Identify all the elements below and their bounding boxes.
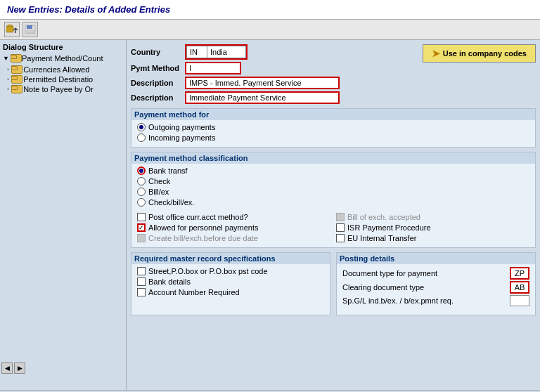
posting-details-section: Posting details Document type for paymen…	[336, 252, 536, 315]
bullet-icon: •	[7, 66, 9, 73]
desc2-input[interactable]	[185, 91, 340, 104]
chk-personnel-label: Allowed for personnel payments	[148, 223, 259, 232]
classification-checkboxes: Post office curr.acct method? Allowed fo…	[137, 211, 529, 244]
chk-account-label: Account Number Required	[148, 288, 240, 296]
radio-checkbillex-btn[interactable]	[137, 198, 146, 207]
sidebar-item-2[interactable]: • Permitted Destinatio	[3, 74, 123, 84]
radio-outgoing[interactable]: Outgoing payments	[137, 123, 529, 131]
use-company-label: Use in company codes	[443, 49, 527, 58]
classification-two-col: Post office curr.acct method? Allowed fo…	[137, 211, 529, 244]
sidebar-title: Dialog Structure	[3, 43, 123, 51]
nav-bar: ◀ ▶	[0, 361, 27, 375]
chk-account-box[interactable]	[137, 288, 146, 296]
posting-value-1[interactable]	[510, 281, 529, 294]
sidebar-item-label-0: Payment Method/Count	[22, 54, 103, 63]
chk-bank-label: Bank details	[148, 277, 191, 286]
chk-bank-box[interactable]	[137, 277, 146, 286]
nav-left-btn[interactable]: ◀	[1, 362, 13, 374]
bullet-icon-3: •	[7, 86, 9, 93]
payment-method-for-section: Payment method for Outgoing payments Inc…	[131, 108, 536, 148]
use-company-btn-wrap: ➤ Use in company codes	[423, 44, 536, 63]
chk-create-bill: Create bill/exch.before due date	[137, 234, 330, 242]
sidebar-item-3[interactable]: • Note to Payee by Or	[3, 84, 123, 94]
bullet-icon-2: •	[7, 76, 9, 83]
sidebar-item-1[interactable]: • Currencies Allowed	[3, 65, 123, 74]
sidebar-item-root[interactable]: ▼ Payment Method/Count	[3, 54, 123, 63]
svg-rect-6	[27, 25, 32, 29]
arrow-icon: ➤	[432, 48, 440, 59]
posting-label-2: Sp.G/L ind.b/ex. / b/ex.pmnt req.	[342, 296, 510, 305]
bottom-sections: Required master record specifications St…	[131, 252, 536, 315]
content-area: Country Pymt Method Description	[127, 40, 540, 390]
radio-bank[interactable]: Bank transf	[137, 166, 529, 175]
sidebar-item-label-2: Permitted Destinatio	[23, 75, 93, 84]
save-button[interactable]	[22, 22, 38, 37]
back-button[interactable]	[4, 22, 20, 37]
chk-eu-box[interactable]	[336, 234, 345, 242]
posting-label-0: Document type for payment	[342, 269, 510, 277]
posting-row-1: Clearing document type	[342, 281, 529, 294]
folder-icon-3	[11, 86, 21, 93]
chk-street-box[interactable]	[137, 267, 146, 275]
posting-value-2[interactable]	[510, 295, 529, 306]
radio-billex-label: Bill/ex	[148, 188, 169, 196]
radio-incoming-label: Incoming payments	[148, 133, 215, 142]
chk-bill-exch-box	[336, 213, 345, 221]
chk-create-bill-label: Create bill/exch.before due date	[148, 234, 258, 242]
country-name-input[interactable]	[207, 46, 246, 58]
chk-account[interactable]: Account Number Required	[137, 288, 324, 296]
header-fields: Country Pymt Method Description	[131, 44, 340, 104]
radio-check[interactable]: Check	[137, 177, 529, 185]
radio-check-btn[interactable]	[137, 177, 146, 185]
chk-create-bill-box	[137, 234, 146, 242]
desc2-label: Description	[131, 93, 184, 102]
posting-row-2: Sp.G/L ind.b/ex. / b/ex.pmnt req.	[342, 295, 529, 306]
radio-incoming[interactable]: Incoming payments	[137, 133, 529, 142]
chk-eu[interactable]: EU Internal Transfer	[336, 234, 529, 242]
payment-method-for-title: Payment method for	[131, 109, 535, 120]
required-master-box: Required master record specifications St…	[131, 252, 330, 315]
class-col-left: Post office curr.acct method? Allowed fo…	[137, 211, 330, 244]
chk-isr[interactable]: ISR Payment Procedure	[336, 223, 529, 232]
desc1-label: Description	[131, 79, 184, 87]
posting-value-0[interactable]	[510, 267, 529, 280]
toolbar	[0, 20, 540, 40]
desc1-input[interactable]	[185, 77, 340, 89]
chk-bank[interactable]: Bank details	[137, 277, 324, 286]
chk-personnel[interactable]: Allowed for personnel payments	[137, 223, 330, 232]
tree-arrow[interactable]: ▼	[3, 55, 9, 62]
radio-incoming-btn[interactable]	[137, 133, 146, 142]
chk-personnel-box[interactable]	[137, 223, 146, 232]
country-label: Country	[131, 48, 184, 56]
radio-billex-btn[interactable]	[137, 188, 146, 196]
chk-bill-exch-label: Bill of exch. accepted	[347, 213, 420, 221]
radio-billex[interactable]: Bill/ex	[137, 188, 529, 196]
svg-rect-0	[6, 26, 13, 32]
folder-icon-2	[11, 76, 21, 84]
chk-post-office[interactable]: Post office curr.acct method?	[137, 213, 330, 221]
classification-section: Payment method classification Bank trans…	[131, 152, 536, 248]
required-master-section: Required master record specifications St…	[131, 252, 330, 315]
country-field-wrap	[185, 44, 248, 60]
radio-outgoing-btn[interactable]	[137, 123, 146, 131]
use-company-button[interactable]: ➤ Use in company codes	[423, 44, 536, 63]
posting-label-1: Clearing document type	[342, 283, 510, 292]
chk-post-office-box[interactable]	[137, 213, 146, 221]
desc1-row: Description	[131, 77, 340, 89]
radio-checkbillex[interactable]: Check/bill/ex.	[137, 198, 529, 207]
nav-right-btn[interactable]: ▶	[14, 362, 25, 374]
chk-isr-box[interactable]	[336, 223, 345, 232]
svg-rect-7	[27, 30, 34, 33]
folder-icon	[11, 55, 20, 63]
posting-details-box: Posting details Document type for paymen…	[336, 252, 536, 315]
class-col-right: Bill of exch. accepted ISR Payment Proce…	[336, 211, 529, 244]
posting-details-title: Posting details	[337, 253, 535, 264]
pymt-method-input[interactable]	[185, 62, 241, 74]
svg-rect-1	[8, 25, 12, 27]
sidebar: Dialog Structure ▼ Payment Method/Count …	[0, 40, 127, 390]
country-code-input[interactable]	[186, 46, 207, 58]
pymt-method-row: Pymt Method	[131, 62, 340, 74]
chk-street[interactable]: Street,P.O.box or P.O.box pst code	[137, 267, 324, 275]
radio-bank-btn[interactable]	[137, 166, 146, 175]
sidebar-item-label-3: Note to Payee by Or	[23, 85, 94, 93]
